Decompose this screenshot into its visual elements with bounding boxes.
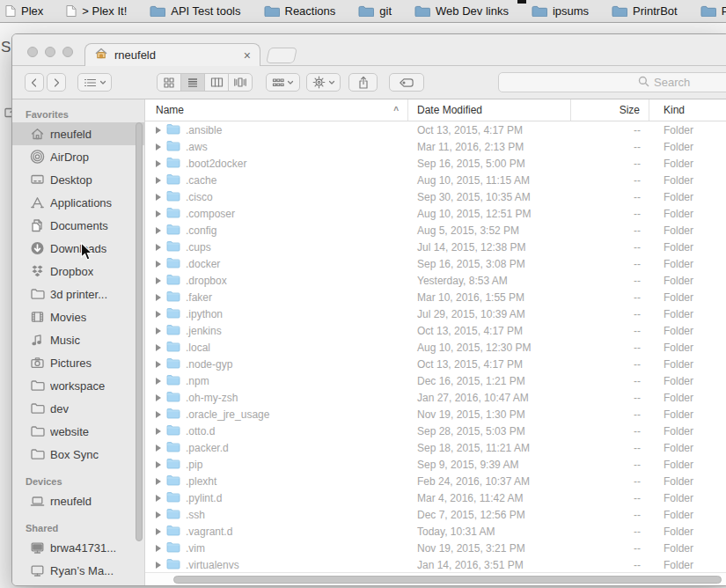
sidebar-item-downloads[interactable]: Downloads <box>12 237 144 260</box>
table-row[interactable]: .node-gypOct 13, 2015, 4:17 PM--Folder <box>145 356 726 372</box>
disclosure-triangle-icon[interactable] <box>156 143 161 151</box>
bookmark-item-plex-it[interactable]: > Plex It! <box>66 4 127 18</box>
sidebar-item-pictures[interactable]: Pictures <box>12 351 144 374</box>
disclosure-triangle-icon[interactable] <box>156 327 161 334</box>
action-gear-button[interactable] <box>306 73 341 92</box>
disclosure-triangle-icon[interactable] <box>156 411 161 418</box>
table-row[interactable]: .fakerMar 10, 2016, 1:55 PM--Folder <box>145 289 726 305</box>
table-row[interactable]: .oh-my-zshJan 27, 2016, 10:47 AM--Folder <box>145 389 726 406</box>
table-row[interactable]: .localAug 10, 2015, 12:30 PM--Folder <box>145 339 726 356</box>
bookmark-item-web-dev-links[interactable]: Web Dev links <box>414 4 509 18</box>
view-coverflow-button[interactable] <box>228 73 253 92</box>
table-row[interactable]: .composerAug 10, 2015, 12:51 PM--Folder <box>145 205 726 222</box>
sidebar-item-dev[interactable]: dev <box>12 397 144 420</box>
table-row[interactable]: .sshDec 7, 2015, 12:56 PM--Folder <box>145 506 726 523</box>
disclosure-triangle-icon[interactable] <box>156 244 161 251</box>
table-row[interactable]: .configAug 5, 2015, 3:52 PM--Folder <box>145 222 726 239</box>
item-arrangement-dropdown[interactable] <box>77 73 112 92</box>
table-row[interactable]: .vagrant.dToday, 10:31 AM--Folder <box>145 523 726 540</box>
sidebar-scrollbar[interactable] <box>136 122 143 541</box>
disclosure-triangle-icon[interactable] <box>156 294 161 301</box>
disclosure-triangle-icon[interactable] <box>156 378 161 385</box>
arrange-button[interactable] <box>266 73 300 92</box>
new-tab-stub[interactable] <box>266 48 297 63</box>
bookmark-item-api-test-tools[interactable]: API Test tools <box>150 4 240 18</box>
disclosure-triangle-icon[interactable] <box>156 428 161 435</box>
table-row[interactable]: .ansibleOct 13, 2015, 4:17 PM--Folder <box>145 121 726 138</box>
table-row[interactable]: .virtualenvsJan 14, 2016, 3:51 PM--Folde… <box>145 556 726 573</box>
disclosure-triangle-icon[interactable] <box>156 394 161 401</box>
table-row[interactable]: .npmDec 16, 2015, 1:21 PM--Folder <box>145 372 726 389</box>
table-row[interactable]: .cacheAug 10, 2015, 11:15 AM--Folder <box>145 172 726 188</box>
sidebar-item-dropbox[interactable]: Dropbox <box>12 260 144 283</box>
horizontal-scrollbar-thumb[interactable] <box>173 576 722 584</box>
table-row[interactable]: .jenkinsOct 13, 2015, 4:17 PM--Folder <box>145 322 726 339</box>
disclosure-triangle-icon[interactable] <box>156 311 161 318</box>
tab-close-icon[interactable]: × <box>244 49 251 62</box>
disclosure-triangle-icon[interactable] <box>156 461 161 468</box>
sidebar-item-box-sync[interactable]: Box Sync <box>12 443 144 466</box>
disclosure-triangle-icon[interactable] <box>156 361 161 368</box>
table-row[interactable]: .dropboxYesterday, 8:53 AM--Folder <box>145 272 726 289</box>
disclosure-triangle-icon[interactable] <box>156 160 161 167</box>
back-button[interactable] <box>25 73 44 92</box>
minimize-window-button[interactable] <box>45 47 55 57</box>
tag-button[interactable] <box>389 73 424 92</box>
table-row[interactable]: .plexhtFeb 24, 2016, 10:37 AM--Folder <box>145 473 726 489</box>
close-window-button[interactable] <box>27 47 38 57</box>
column-header-size[interactable]: Size <box>571 99 649 121</box>
disclosure-triangle-icon[interactable] <box>156 210 161 217</box>
disclosure-triangle-icon[interactable] <box>156 495 161 502</box>
disclosure-triangle-icon[interactable] <box>156 194 161 201</box>
disclosure-triangle-icon[interactable] <box>156 562 161 569</box>
tab-rneufeld[interactable]: rneufeld × <box>84 43 260 66</box>
sidebar-item-workspace[interactable]: workspace <box>12 374 144 397</box>
disclosure-triangle-icon[interactable] <box>156 344 161 351</box>
table-row[interactable]: .oracle_jre_usageNov 19, 2015, 1:30 PM--… <box>145 406 726 423</box>
sidebar-item-airdrop[interactable]: AirDrop <box>12 145 144 168</box>
column-header-date-modified[interactable]: Date Modified <box>408 99 571 121</box>
table-row[interactable]: .packer.dSep 18, 2015, 11:21 AM--Folder <box>145 439 726 456</box>
share-button[interactable] <box>348 73 378 92</box>
disclosure-triangle-icon[interactable] <box>156 227 161 234</box>
disclosure-triangle-icon[interactable] <box>156 545 161 552</box>
table-row[interactable]: .ciscoSep 30, 2015, 10:35 AM--Folder <box>145 188 726 205</box>
disclosure-triangle-icon[interactable] <box>156 177 161 184</box>
bookmark-item-git[interactable]: git <box>358 4 392 18</box>
sidebar-item-music[interactable]: Music <box>12 328 144 351</box>
bookmark-item-ipsums[interactable]: ipsums <box>532 4 589 18</box>
disclosure-triangle-icon[interactable] <box>156 478 161 485</box>
sidebar-item-ryan-s-ma[interactable]: Ryan’s Ma... <box>12 559 144 582</box>
sidebar-item-brwa41731[interactable]: brwa41731... <box>12 536 144 559</box>
bookmark-item-puppet[interactable]: Puppet <box>700 4 726 18</box>
view-icons-button[interactable] <box>157 73 181 92</box>
disclosure-triangle-icon[interactable] <box>156 261 161 268</box>
table-row[interactable]: .dockerSep 16, 2015, 3:08 PM--Folder <box>145 255 726 272</box>
table-row[interactable]: .cupsJul 14, 2015, 12:38 PM--Folder <box>145 239 726 255</box>
table-row[interactable]: .awsMar 11, 2016, 2:13 PM--Folder <box>145 138 726 155</box>
disclosure-triangle-icon[interactable] <box>156 127 161 134</box>
view-list-button[interactable] <box>180 73 205 92</box>
sidebar-item-website[interactable]: website <box>12 420 144 443</box>
bookmark-item-plex[interactable]: Plex <box>5 4 43 18</box>
sidebar-item-documents[interactable]: Documents <box>12 214 144 237</box>
horizontal-scrollbar[interactable] <box>145 572 726 586</box>
sidebar-item-movies[interactable]: Movies <box>12 305 144 328</box>
disclosure-triangle-icon[interactable] <box>156 511 161 518</box>
zoom-window-button[interactable] <box>62 47 73 57</box>
table-row[interactable]: .boot2dockerSep 16, 2015, 5:00 PM--Folde… <box>145 155 726 172</box>
bookmark-item-reactions[interactable]: Reactions <box>264 4 336 18</box>
table-row[interactable]: .pylint.dMar 4, 2016, 11:42 AM--Folder <box>145 489 726 506</box>
sidebar-item-rneufeld[interactable]: rneufeld <box>12 122 144 145</box>
table-row[interactable]: .vimNov 19, 2015, 3:21 PM--Folder <box>145 540 726 556</box>
sidebar-item-rneufeld[interactable]: rneufeld <box>12 489 144 512</box>
sidebar-item-desktop[interactable]: Desktop <box>12 168 144 191</box>
search-input[interactable]: Search <box>498 72 726 92</box>
sidebar-item-3d-printer[interactable]: 3d printer... <box>12 283 144 305</box>
disclosure-triangle-icon[interactable] <box>156 277 161 284</box>
disclosure-triangle-icon[interactable] <box>156 445 161 452</box>
bookmark-item-printrbot[interactable]: PrintrBot <box>612 4 678 18</box>
table-row[interactable]: .ipythonJul 29, 2015, 10:39 AM--Folder <box>145 305 726 322</box>
table-row[interactable]: .pipSep 9, 2015, 9:39 AM--Folder <box>145 456 726 473</box>
table-row[interactable]: .otto.dSep 28, 2015, 5:03 PM--Folder <box>145 423 726 439</box>
